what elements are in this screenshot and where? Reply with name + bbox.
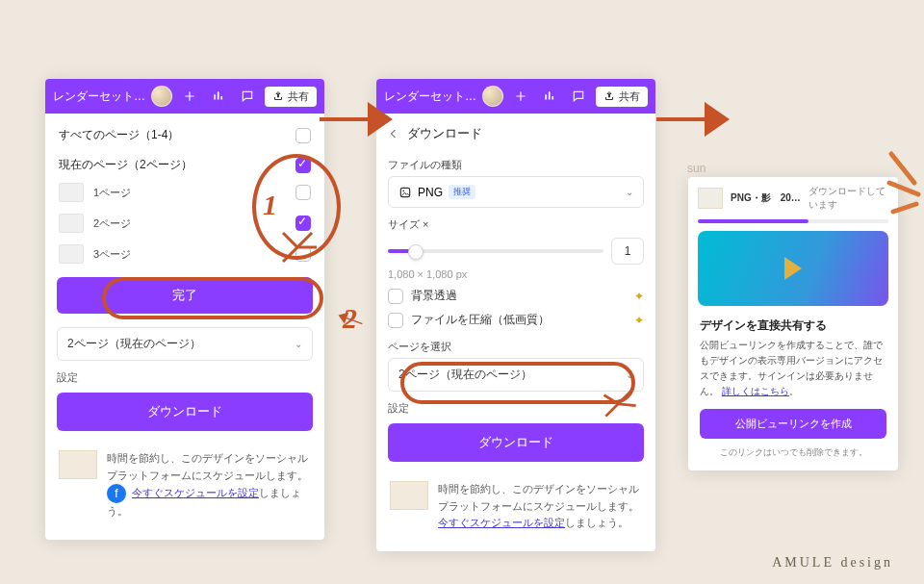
compress-label: ファイルを圧縮（低画質） [411, 312, 550, 328]
comment-icon[interactable] [567, 85, 590, 108]
topbar-title: レンダーセット シンプ... [53, 89, 145, 105]
current-page-select[interactable]: 2ページ（現在のページ） ⌄ [57, 327, 313, 361]
recommended-badge: 推奨 [449, 185, 475, 199]
download-button-label: ダウンロード [478, 435, 553, 449]
anno-2-label: 2 [343, 302, 357, 335]
download-thumb [698, 188, 723, 209]
size-slider[interactable] [388, 249, 603, 253]
checkbox-compress[interactable] [388, 313, 403, 328]
share-button-label: 共有 [619, 89, 640, 104]
topbar-title: レンダーセット シンプ... [384, 89, 476, 105]
chevron-down-icon: ⌄ [626, 187, 633, 197]
page-thumb [59, 244, 84, 264]
chevron-down-icon: ⌄ [295, 339, 302, 349]
download-button-label: ダウンロード [147, 404, 222, 419]
download-status: ダウンロードしています [808, 185, 888, 212]
share-button-label: 共有 [288, 89, 309, 104]
compress-row[interactable]: ファイルを圧縮（低画質） ✦ [388, 312, 644, 328]
promo-link[interactable]: 今すぐスケジュールを設定 [438, 517, 565, 528]
chart-icon[interactable] [538, 85, 561, 108]
transparent-label: 背景透過 [411, 288, 457, 304]
download-button[interactable]: ダウンロード [388, 423, 644, 462]
filetype-label: ファイルの種類 [388, 158, 644, 172]
size-label: サイズ × [388, 217, 644, 232]
watermark: AMULE design [772, 555, 893, 571]
transparent-row[interactable]: 背景透過 ✦ [388, 288, 644, 304]
page-item-1[interactable]: 1ページ [57, 177, 313, 208]
chart-icon[interactable] [207, 85, 230, 108]
page-item-checkbox[interactable] [295, 246, 311, 262]
current-page-select-label: 2ページ（現在のページ） [67, 336, 201, 352]
page-item-checkbox[interactable] [295, 185, 311, 200]
share-button[interactable]: 共有 [596, 87, 648, 107]
all-pages-row[interactable]: すべてのページ（1-4） [57, 123, 313, 147]
checkbox-current[interactable] [295, 158, 311, 173]
play-icon [784, 257, 802, 280]
promo-thumb [390, 481, 428, 510]
panel-downloading: PNG・影 2024年1... ダウンロードしています デザインを直接共有する … [688, 177, 898, 470]
topbar: レンダーセット シンプ... 共有 [45, 79, 324, 114]
download-panel-title: ダウンロード [407, 125, 482, 142]
plus-icon[interactable] [178, 85, 201, 108]
promo-text: 時間を節約し、このデザインをソーシャルプラットフォームにスケジュールします。 [107, 452, 308, 481]
details-link[interactable]: 詳しくはこちら [722, 386, 789, 396]
page-item-checkbox[interactable] [295, 216, 311, 231]
page-item-label: 3ページ [93, 247, 131, 262]
size-slider-row: 1 [388, 238, 644, 265]
download-filename: PNG・影 2024年1... [731, 191, 801, 205]
promo-link[interactable]: 今すぐスケジュールを設定 [132, 487, 259, 498]
topbar: レンダーセット シンプ... 共有 [376, 79, 655, 114]
current-page-label: 現在のページ（2ページ） [59, 157, 192, 173]
calendar-sun-label: sun [687, 162, 706, 175]
page-item-label: 2ページ [93, 216, 131, 231]
checkbox-all[interactable] [295, 128, 311, 143]
share-preview [698, 231, 888, 306]
create-public-link-button[interactable]: 公開ビューリンクを作成 [700, 409, 886, 439]
share-button[interactable]: 共有 [265, 87, 317, 107]
promo-thumb [59, 450, 97, 479]
page-select-label: ページを選択 [388, 340, 644, 354]
svg-line-2 [891, 154, 914, 183]
promo-block: 時間を節約し、このデザインをソーシャルプラットフォームにスケジュールします。 今… [388, 475, 644, 538]
done-button[interactable]: 完了 [57, 277, 313, 314]
page-item-label: 1ページ [93, 186, 131, 200]
size-scale-input[interactable]: 1 [611, 238, 644, 265]
settings-label: 設定 [388, 401, 644, 416]
current-page-row[interactable]: 現在のページ（2ページ） [57, 153, 313, 177]
avatar[interactable] [482, 86, 503, 107]
panel-page-select: レンダーセット シンプ... 共有 すべてのページ（1-4） 現在のページ（2ペ… [45, 79, 324, 540]
promo-text: 時間を節約し、このデザインをソーシャルプラットフォームにスケジュールします。 [438, 483, 639, 512]
page-item-3[interactable]: 3ページ [57, 239, 313, 269]
download-button[interactable]: ダウンロード [57, 393, 313, 431]
create-public-link-label: 公開ビューリンクを作成 [735, 418, 852, 429]
comment-icon[interactable] [236, 85, 259, 108]
size-scale-value: 1 [625, 244, 631, 258]
svg-point-1 [402, 190, 404, 191]
premium-icon: ✦ [634, 290, 644, 303]
page-select-value: 2ページ（現在のページ） [398, 367, 532, 383]
dimensions-text: 1,080 × 1,080 px [388, 268, 644, 280]
back-icon [388, 128, 399, 140]
checkbox-transparent[interactable] [388, 289, 403, 304]
link-removable-note: このリンクはいつでも削除できます。 [700, 446, 886, 459]
share-title: デザインを直接共有する [700, 317, 886, 334]
panel-download: レンダーセット シンプ... 共有 ダウンロード ファイルの種類 PNG 推奨 … [376, 79, 655, 551]
promo-tail: しましょう。 [565, 517, 629, 528]
facebook-icon: f [107, 484, 126, 503]
page-select[interactable]: 2ページ（現在のページ） ⌄ [388, 358, 644, 392]
filetype-value: PNG [418, 186, 443, 199]
page-item-2[interactable]: 2ページ [57, 208, 313, 239]
share-desc: 公開ビューリンクを作成することで、誰でもデザインの表示専用バージョンにアクセスで… [700, 338, 886, 399]
download-progress [698, 219, 888, 223]
downloading-row: PNG・影 2024年1... ダウンロードしています [688, 177, 898, 219]
all-pages-label: すべてのページ（1-4） [59, 127, 179, 143]
chevron-down-icon: ⌄ [626, 369, 633, 380]
filetype-select[interactable]: PNG 推奨 ⌄ [388, 176, 644, 208]
avatar[interactable] [151, 86, 172, 107]
filetype-icon [398, 186, 412, 199]
back-row[interactable]: ダウンロード [388, 123, 644, 152]
page-thumb [59, 214, 84, 233]
plus-icon[interactable] [509, 85, 532, 108]
done-button-label: 完了 [172, 288, 197, 302]
page-thumb [59, 183, 84, 202]
